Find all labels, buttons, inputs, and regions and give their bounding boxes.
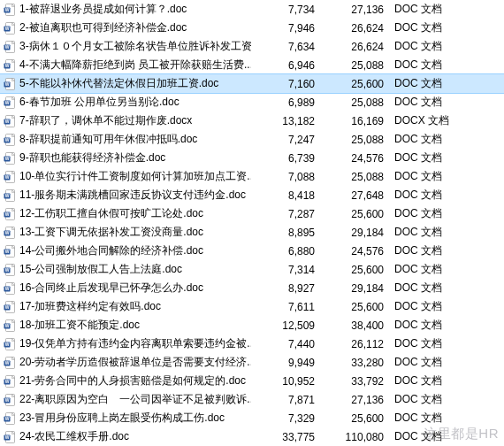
file-row[interactable]: W 7-辞职了，调休单不能过期作废.docx13,18216,169DOCX 文… bbox=[0, 112, 504, 130]
svg-text:W: W bbox=[5, 304, 10, 310]
doc-icon: W bbox=[4, 264, 19, 276]
file-size: 26,624 bbox=[322, 41, 391, 53]
svg-text:W: W bbox=[5, 44, 10, 50]
file-row[interactable]: W 2-被迫离职也可得到经济补偿金.doc7,94626,624DOC 文档 bbox=[0, 19, 504, 37]
file-size: 29,184 bbox=[322, 282, 391, 295]
file-row[interactable]: W 24-农民工维权手册.doc33,775110,080DOC 文档 bbox=[0, 427, 504, 446]
svg-text:W: W bbox=[5, 286, 10, 291]
file-size: 25,600 bbox=[322, 78, 391, 90]
file-value-1: 7,946 bbox=[251, 22, 322, 35]
file-value-1: 7,611 bbox=[251, 301, 322, 313]
doc-icon: W bbox=[4, 282, 19, 295]
doc-icon: W bbox=[4, 4, 19, 16]
file-name: 20-劳动者学历造假被辞退单位是否需要支付经济... bbox=[19, 355, 251, 370]
file-name: 7-辞职了，调休单不能过期作废.docx bbox=[19, 113, 251, 128]
svg-text:W: W bbox=[5, 267, 10, 273]
file-type: DOC 文档 bbox=[391, 225, 462, 240]
file-name: 18-加班工资不能预定.doc bbox=[19, 318, 251, 333]
file-value-1: 7,247 bbox=[251, 134, 322, 146]
file-row[interactable]: W 10-单位实行计件工资制度如何计算加班加点工资....7,08825,088… bbox=[0, 167, 504, 186]
file-row[interactable]: W 14-公司搬外地合同解除的经济补偿.doc6,88024,576DOC 文档 bbox=[0, 242, 504, 260]
file-value-1: 7,160 bbox=[251, 78, 322, 90]
file-size: 25,600 bbox=[322, 208, 391, 220]
svg-text:W: W bbox=[5, 323, 10, 328]
file-size: 27,136 bbox=[322, 394, 391, 406]
file-row[interactable]: W 1-被辞退业务员提成如何计算？.doc7,73427,136DOC 文档 bbox=[0, 0, 504, 19]
file-value-1: 8,895 bbox=[251, 227, 322, 239]
file-row[interactable]: W 22-离职原因为空白 一公司因举证不足被判败诉...7,87127,136D… bbox=[0, 390, 504, 409]
file-row[interactable]: W 8-辞职提前通知可用年休假冲抵吗.doc7,24725,088DOC 文档 bbox=[0, 130, 504, 149]
doc-icon: W bbox=[4, 245, 19, 258]
file-size: 27,648 bbox=[322, 189, 391, 202]
svg-text:W: W bbox=[5, 416, 10, 421]
doc-icon: W bbox=[4, 96, 19, 109]
file-size: 27,136 bbox=[322, 4, 391, 16]
file-name: 13-工资下调无依据补发工资没商量.doc bbox=[19, 225, 251, 240]
file-value-1: 10,952 bbox=[251, 375, 322, 388]
file-name: 12-工伤职工擅自休假可按旷工论处.doc bbox=[19, 206, 251, 221]
file-type: DOC 文档 bbox=[391, 150, 462, 165]
file-value-1: 6,880 bbox=[251, 245, 322, 258]
doc-icon: W bbox=[4, 59, 19, 72]
file-name: 23-冒用身份应聘上岗左眼受伤构成工伤.doc bbox=[19, 411, 251, 426]
doc-icon: W bbox=[4, 431, 19, 443]
file-row[interactable]: W 18-加班工资不能预定.doc12,50938,400DOC 文档 bbox=[0, 316, 504, 334]
file-value-1: 7,329 bbox=[251, 412, 322, 425]
file-size: 110,080 bbox=[322, 431, 391, 443]
svg-text:W: W bbox=[5, 360, 10, 365]
file-size: 25,088 bbox=[322, 96, 391, 109]
doc-icon: W bbox=[4, 41, 19, 53]
file-size: 29,184 bbox=[322, 227, 391, 239]
file-size: 26,624 bbox=[322, 22, 391, 35]
file-size: 26,112 bbox=[322, 338, 391, 350]
file-row[interactable]: W 19-仅凭单方持有违约金内容离职单索要违约金被...7,44026,112D… bbox=[0, 334, 504, 353]
file-row[interactable]: W 4-不满大幅降薪拒绝到岗 员工被开除获赔生活费....6,94625,088… bbox=[0, 56, 504, 74]
doc-icon: W bbox=[4, 152, 19, 165]
file-value-1: 13,182 bbox=[251, 115, 322, 127]
doc-icon: W bbox=[4, 394, 19, 406]
file-size: 38,400 bbox=[322, 319, 391, 332]
file-size: 33,280 bbox=[322, 357, 391, 369]
file-size: 25,600 bbox=[322, 412, 391, 425]
file-value-1: 8,927 bbox=[251, 282, 322, 295]
file-row[interactable]: W 20-劳动者学历造假被辞退单位是否需要支付经济...9,94933,280D… bbox=[0, 353, 504, 372]
docx-icon: W bbox=[4, 115, 19, 127]
file-row[interactable]: W 3-病休１０个月女工被除名状告单位胜诉补发工资...7,63426,624D… bbox=[0, 37, 504, 56]
file-value-1: 7,287 bbox=[251, 208, 322, 220]
file-type: DOC 文档 bbox=[391, 281, 462, 296]
file-row[interactable]: W 13-工资下调无依据补发工资没商量.doc8,89529,184DOC 文档 bbox=[0, 223, 504, 242]
file-size: 25,600 bbox=[322, 264, 391, 276]
file-size: 24,576 bbox=[322, 152, 391, 165]
file-size: 25,088 bbox=[322, 59, 391, 72]
file-size: 16,169 bbox=[322, 115, 391, 127]
file-row[interactable]: W 15-公司强制放假工人告上法庭.doc7,31425,600DOC 文档 bbox=[0, 260, 504, 279]
file-type: DOC 文档 bbox=[391, 2, 462, 17]
doc-icon: W bbox=[4, 171, 19, 183]
file-row[interactable]: W 17-加班费这样约定有效吗.doc7,61125,600DOC 文档 bbox=[0, 297, 504, 316]
file-row[interactable]: W 5-不能以补休代替法定休假日加班工资.doc7,16025,600DOC 文… bbox=[0, 74, 504, 93]
svg-text:W: W bbox=[5, 379, 10, 384]
file-row[interactable]: W 12-工伤职工擅自休假可按旷工论处.doc7,28725,600DOC 文档 bbox=[0, 204, 504, 223]
file-row[interactable]: W 21-劳务合同中的人身损害赔偿是如何规定的.doc10,95233,792D… bbox=[0, 372, 504, 390]
file-size: 25,088 bbox=[322, 134, 391, 146]
file-value-1: 7,734 bbox=[251, 4, 322, 16]
file-row[interactable]: W 23-冒用身份应聘上岗左眼受伤构成工伤.doc7,32925,600DOC … bbox=[0, 409, 504, 427]
svg-text:W: W bbox=[5, 230, 10, 235]
svg-text:W: W bbox=[5, 63, 10, 68]
file-name: 19-仅凭单方持有违约金内容离职单索要违约金被... bbox=[19, 336, 251, 351]
file-row[interactable]: W 16-合同终止后发现早已怀孕怎么办.doc8,92729,184DOC 文档 bbox=[0, 279, 504, 297]
file-type: DOC 文档 bbox=[391, 373, 462, 388]
file-row[interactable]: W 9-辞职也能获得经济补偿金.doc6,73924,576DOC 文档 bbox=[0, 149, 504, 167]
file-name: 2-被迫离职也可得到经济补偿金.doc bbox=[19, 20, 251, 35]
doc-icon: W bbox=[4, 319, 19, 332]
svg-text:W: W bbox=[5, 119, 10, 124]
file-row[interactable]: W 11-服务期未满跳槽回家违反协议支付违约金.doc8,41827,648DO… bbox=[0, 186, 504, 204]
file-type: DOC 文档 bbox=[391, 318, 462, 333]
file-row[interactable]: W 6-春节加班 公用单位另当别论.doc6,98925,088DOC 文档 bbox=[0, 93, 504, 112]
file-type: DOC 文档 bbox=[391, 132, 462, 147]
file-name: 24-农民工维权手册.doc bbox=[19, 429, 251, 444]
doc-icon: W bbox=[4, 375, 19, 388]
file-name: 1-被辞退业务员提成如何计算？.doc bbox=[19, 2, 251, 17]
doc-icon: W bbox=[4, 301, 19, 313]
doc-icon: W bbox=[4, 338, 19, 350]
